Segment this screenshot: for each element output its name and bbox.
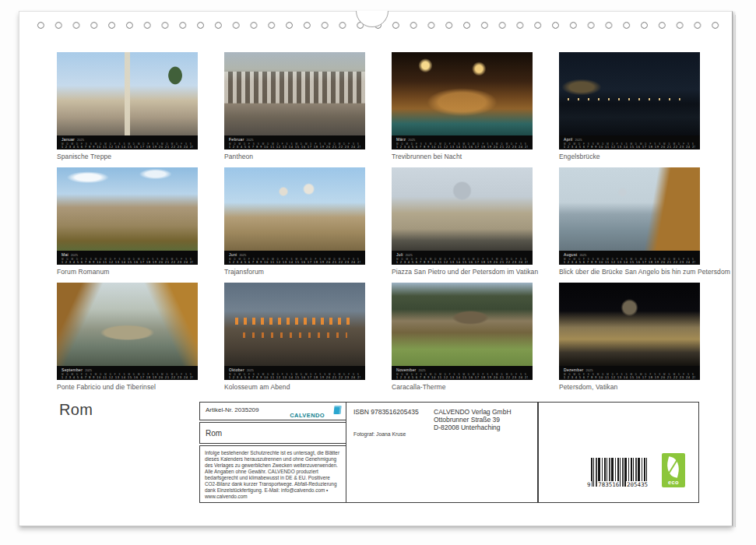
calvendo-wordmark: CALVENDO: [290, 412, 325, 419]
mini-calendar-bar: August2025 M D M D F S S M D M D F S S M…: [559, 251, 700, 265]
leaf-icon: [664, 456, 681, 477]
month-caption: Petersdom, Vatikan: [559, 383, 700, 391]
month-photo-spanische-treppe: [57, 52, 198, 135]
month-caption: Trajansforum: [224, 268, 365, 276]
month-caption: Pantheon: [224, 153, 365, 160]
mini-calendar-bar: Februar2025 M D M D F S S M D M D F S S …: [224, 135, 365, 149]
month-caption: Engelsbrücke: [559, 153, 700, 160]
month-year: 2025: [406, 253, 413, 257]
mini-calendar-bar: Dezember2025 M D M D F S S M D M D F S S…: [559, 366, 700, 380]
month-photo-trevibrunnen: [392, 52, 533, 135]
month-caption: Kolosseum am Abend: [224, 383, 365, 391]
month-name: Dezember: [564, 367, 583, 372]
month-tile-oktober: Oktober2025 M D M D F S S M D M D F S S …: [224, 283, 365, 392]
calendar-sheet: Januar2025 M D M D F S S M D M D F S S M…: [19, 11, 733, 526]
ean-barcode: 9 783516 205435: [591, 458, 649, 487]
publisher-line: D-82008 Unterhaching: [434, 424, 512, 431]
month-caption: Caracalla-Therme: [392, 383, 533, 391]
day-strip: 1 2 3 4 5 6 7 8 9 10 11 12 13 14 15 16 1…: [229, 261, 360, 265]
month-tile-august: August2025 M D M D F S S M D M D F S S M…: [559, 167, 700, 277]
month-photo-ponte-fabricio: [57, 283, 198, 366]
month-name: Oktober: [229, 367, 244, 372]
calvendo-logo: CALVENDO: [290, 406, 341, 420]
month-name: April: [564, 137, 573, 142]
mini-calendar-bar: Juni2025 M D M D F S S M D M D F S S M D…: [224, 251, 365, 265]
month-name: November: [396, 367, 416, 372]
month-photo-engelsbruecke: [559, 52, 700, 135]
barcode-digits: 9 783516 205435: [586, 481, 649, 488]
month-caption: Blick über die Brücke San Angelo bis hin…: [559, 268, 700, 276]
eco-badge: eco: [662, 453, 685, 487]
day-strip: 1 2 3 4 5 6 7 8 9 10 11 12 13 14 15 16 1…: [62, 261, 193, 265]
month-year: 2025: [71, 253, 78, 257]
month-photo-bruecke-san-angelo: [559, 167, 700, 251]
day-strip: 1 2 3 4 5 6 7 8 9 10 11 12 13 14 15 16 1…: [229, 376, 360, 380]
barcode-digit-group: 9: [586, 481, 592, 488]
month-photo-piazza-san-pietro: [392, 167, 533, 251]
month-year: 2025: [77, 138, 84, 142]
page-title: Rom: [59, 401, 93, 419]
month-caption: Forum Romanum: [57, 268, 198, 276]
month-tile-dezember: Dezember2025 M D M D F S S M D M D F S S…: [559, 283, 700, 392]
month-tile-juni: Juni2025 M D M D F S S M D M D F S S M D…: [224, 167, 365, 277]
month-photo-trajansforum: [224, 167, 365, 251]
day-strip: 1 2 3 4 5 6 7 8 9 10 11 12 13 14 15 16 1…: [396, 376, 528, 380]
month-year: 2025: [579, 253, 586, 257]
day-strip: 1 2 3 4 5 6 7 8 9 10 11 12 13 14 15 16 1…: [229, 146, 360, 149]
month-tile-januar: Januar2025 M D M D F S S M D M D F S S M…: [57, 52, 198, 162]
month-tile-juli: Juli2025 M D M D F S S M D M D F S S M D…: [392, 167, 533, 277]
month-photo-kolosseum: [224, 283, 365, 366]
article-number: Artikel-Nr. 2035209: [206, 406, 258, 413]
month-photo-pantheon: [224, 52, 365, 135]
isbn-publisher-box: ISBN 9783516205435 CALVENDO Verlag GmbH …: [346, 402, 538, 503]
month-tile-april: April2025 M D M D F S S M D M D F S S M …: [559, 52, 700, 162]
mini-calendar-bar: September2025 M D M D F S S M D M D F S …: [57, 366, 198, 380]
day-strip: 1 2 3 4 5 6 7 8 9 10 11 12 13 14 15 16 1…: [62, 376, 193, 380]
month-year: 2025: [585, 368, 592, 372]
mini-calendar-bar: Mai2025 M D M D F S S M D M D F S S M D …: [57, 251, 198, 265]
legal-text: Infolge bestehender Schutzrechte ist es …: [205, 450, 342, 500]
month-year: 2025: [575, 138, 582, 142]
barcode-box: 9 783516 205435 eco: [538, 402, 699, 503]
day-strip: 1 2 3 4 5 6 7 8 9 10 11 12 13 14 15 16 1…: [564, 261, 695, 265]
month-tile-september: September2025 M D M D F S S M D M D F S …: [57, 283, 198, 392]
mini-calendar-bar: Juli2025 M D M D F S S M D M D F S S M D…: [392, 251, 533, 265]
month-name: Mai: [62, 252, 69, 257]
barcode-digit-group: 205435: [626, 481, 649, 488]
day-strip: 1 2 3 4 5 6 7 8 9 10 11 12 13 14 15 16 1…: [396, 261, 528, 265]
article-number-box: Artikel-Nr. 2035209 CALVENDO: [199, 402, 347, 420]
day-strip: 1 2 3 4 5 6 7 8 9 10 11 12 13 14 15 16 1…: [564, 146, 695, 149]
photographer-credit: Fotograf: Joana Kruse: [353, 431, 406, 437]
mini-calendar-bar: November2025 M D M D F S S M D M D F S S…: [392, 366, 533, 380]
month-tile-februar: Februar2025 M D M D F S S M D M D F S S …: [224, 52, 365, 162]
product-title-box: Rom: [199, 422, 347, 444]
month-caption: Spanische Treppe: [57, 153, 198, 160]
publisher-line: Ottobrunner Straße 39: [434, 416, 512, 424]
month-thumbnail-grid: Januar2025 M D M D F S S M D M D F S S M…: [57, 52, 700, 392]
mini-calendar-bar: Oktober2025 M D M D F S S M D M D F S S …: [224, 366, 365, 380]
isbn: ISBN 9783516205435: [353, 408, 419, 416]
day-strip: 1 2 3 4 5 6 7 8 9 10 11 12 13 14 15 16 1…: [396, 146, 528, 149]
publisher-line: CALVENDO Verlag GmbH: [434, 408, 512, 416]
month-tile-november: November2025 M D M D F S S M D M D F S S…: [392, 283, 533, 392]
publisher-address: CALVENDO Verlag GmbH Ottobrunner Straße …: [434, 408, 512, 431]
mini-calendar-bar: März2025 M D M D F S S M D M D F S S M D…: [392, 135, 533, 149]
month-tile-mai: Mai2025 M D M D F S S M D M D F S S M D …: [57, 167, 198, 277]
month-photo-petersdom: [559, 283, 700, 366]
month-tile-maerz: März2025 M D M D F S S M D M D F S S M D…: [392, 52, 533, 162]
month-year: 2025: [418, 368, 425, 372]
month-name: August: [564, 252, 577, 257]
month-caption: Ponte Fabricio und die Tiberinsel: [57, 383, 198, 391]
month-name: Juni: [229, 252, 237, 257]
legal-box: Infolge bestehender Schutzrechte ist es …: [199, 445, 347, 503]
month-caption: Piazza San Pietro und der Petersdom im V…: [392, 268, 533, 276]
month-name: Januar: [62, 137, 75, 142]
month-name: März: [396, 137, 406, 142]
month-photo-caracalla-therme: [392, 283, 533, 366]
calvendo-mark-icon: [333, 406, 341, 414]
month-year: 2025: [85, 368, 92, 372]
eco-label: eco: [668, 479, 679, 486]
calendar-back-cover: Januar2025 M D M D F S S M D M D F S S M…: [0, 0, 756, 545]
day-strip: 1 2 3 4 5 6 7 8 9 10 11 12 13 14 15 16 1…: [62, 146, 193, 149]
month-year: 2025: [247, 138, 254, 142]
